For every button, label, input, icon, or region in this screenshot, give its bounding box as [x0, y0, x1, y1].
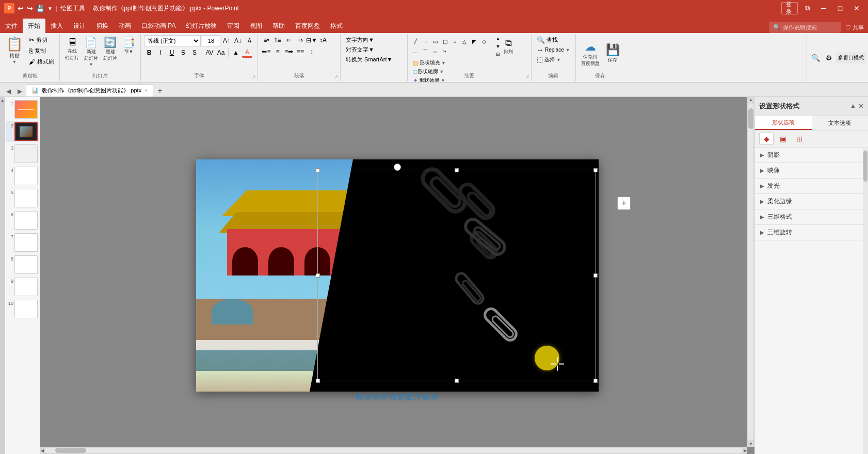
fill-color-btn[interactable]: ▥ 形状填充 ▼	[411, 59, 528, 67]
copy-btn[interactable]: ⎘ 复制	[27, 46, 56, 56]
font-color-btn[interactable]: A	[242, 47, 252, 58]
tab-design[interactable]: 设计	[68, 19, 91, 33]
shapes-scroll-up[interactable]: ▲	[494, 35, 502, 42]
tab-baidu[interactable]: 百度网盘	[290, 19, 325, 33]
cut-btn[interactable]: ✂ 剪切	[27, 35, 56, 45]
arrange-btn[interactable]: ⧉ 排列	[503, 37, 514, 56]
shape-triangle-btn[interactable]: △	[460, 37, 469, 46]
redo-btn[interactable]: ↪	[27, 4, 33, 12]
effect-icon-effect[interactable]: ⊞	[792, 133, 807, 145]
save-btn[interactable]: 💾	[36, 5, 44, 12]
search-box[interactable]: 🔍 操作说明搜索	[769, 22, 841, 33]
restore-window-btn[interactable]: ⧉	[800, 2, 814, 14]
tab-view[interactable]: 视图	[245, 19, 267, 33]
section-3d-format[interactable]: ▶ 三维格式	[755, 209, 868, 225]
justify-btn[interactable]: ≡≡	[295, 46, 306, 57]
smartart-btn[interactable]: 转换为 SmartArt▼	[344, 55, 404, 64]
numbered-list-btn[interactable]: 1≡	[272, 35, 283, 45]
tab-format[interactable]: 格式	[325, 19, 348, 33]
vscroll-up-btn[interactable]: ▲	[749, 98, 753, 102]
change-case-btn[interactable]: Aa	[216, 47, 226, 58]
section-reflection[interactable]: ▶ 映像	[755, 163, 868, 179]
font-name-select[interactable]: 等线 (正文)	[144, 35, 201, 46]
tab-review[interactable]: 审阅	[222, 19, 245, 33]
tab-slideshow[interactable]: 幻灯片放映	[181, 19, 222, 33]
find-btn[interactable]: 🔍 查找	[535, 35, 572, 45]
slide-thumb-10[interactable]: 10	[6, 299, 39, 319]
customize-btn[interactable]: ▼	[47, 6, 53, 11]
decrease-font-btn[interactable]: A↓	[233, 36, 243, 46]
column-btn[interactable]: ⊟▼	[307, 35, 317, 45]
yellow-dot[interactable]	[535, 346, 559, 370]
vscroll-down-btn[interactable]: ▼	[749, 442, 753, 446]
section-shadow[interactable]: ▶ 阴影	[755, 148, 868, 163]
forward-nav-btn[interactable]: ▶	[14, 86, 25, 96]
add-tab-btn[interactable]: +	[154, 85, 166, 96]
save-to-baidu-btn[interactable]: ☁ 保存到百度网盘	[579, 38, 602, 69]
tab-help[interactable]: 帮助	[267, 19, 290, 33]
tool-icon2[interactable]: ⚙	[824, 52, 834, 64]
shape-curve-btn[interactable]: ⌒	[421, 47, 430, 56]
undo-btn[interactable]: ↩	[18, 4, 24, 12]
canvas-area[interactable]: 教你制作创意图片效果 +	[40, 97, 754, 454]
section-btn[interactable]: 📑 节▼	[120, 35, 137, 56]
text-dir-btn[interactable]: ↕A	[318, 35, 328, 45]
shapes-scroll-down[interactable]: ▼	[494, 43, 502, 50]
slide-thumb-3[interactable]: 3	[6, 143, 39, 164]
tab-insert[interactable]: 插入	[45, 19, 68, 33]
doc-tab-active[interactable]: 📊 教你制作《ppt制作创意图片功能》.pptx ×	[26, 84, 153, 96]
italic-btn[interactable]: I	[155, 47, 166, 58]
align-right-btn[interactable]: ≡➡	[284, 46, 294, 57]
section-glow[interactable]: ▶ 发光	[755, 179, 868, 194]
doc-tab-close[interactable]: ×	[144, 88, 148, 93]
right-panel-collapse[interactable]: ▲	[850, 102, 856, 110]
vscroll-thumb[interactable]	[748, 108, 753, 129]
tab-home[interactable]: 开始	[23, 19, 45, 33]
close-btn[interactable]: ✕	[849, 2, 864, 14]
hscroll-left-btn[interactable]: ◀	[41, 448, 44, 453]
login-btn[interactable]: 登录	[781, 2, 798, 14]
slide-thumb-4[interactable]: 4	[6, 166, 39, 186]
char-spacing-btn[interactable]: AV	[204, 47, 215, 58]
slide-thumb-2[interactable]: 2	[6, 121, 39, 142]
underline-btn[interactable]: U	[167, 47, 177, 58]
increase-font-btn[interactable]: A↑	[221, 36, 232, 46]
slide-thumb-8[interactable]: 8	[6, 254, 39, 275]
save-direct-btn[interactable]: 💾 保存	[604, 41, 622, 66]
shape-round-rect-btn[interactable]: ▢	[440, 37, 449, 46]
section-soft-edges[interactable]: ▶ 柔化边缘	[755, 194, 868, 209]
tab-animations[interactable]: 动画	[114, 19, 136, 33]
shape-more-btn[interactable]: …	[411, 47, 420, 56]
scroll-up-btn[interactable]: ▲	[1, 98, 5, 103]
clear-format-btn[interactable]: Ａ	[244, 36, 254, 46]
reuse-slide-btn[interactable]: 🔄 重建幻灯片	[101, 35, 119, 63]
line-spacing-btn[interactable]: ↕	[307, 46, 317, 57]
new-slide-btn[interactable]: 📄 新建幻灯片 ▼	[82, 35, 100, 68]
align-center-btn[interactable]: ≡	[272, 46, 283, 57]
align-text-dropdown-btn[interactable]: 对齐文字▼	[344, 45, 404, 55]
slide-thumb-6[interactable]: 6	[6, 210, 39, 231]
shape-arrow-btn[interactable]: →	[421, 37, 430, 46]
back-nav-btn[interactable]: ◀	[3, 86, 13, 96]
add-slide-element-btn[interactable]: +	[617, 197, 631, 210]
canvas-vscrollbar[interactable]: ▲ ▼	[747, 97, 754, 447]
shape-arc-btn[interactable]: ⌓	[430, 47, 440, 56]
effect-icon-outline[interactable]: ▣	[776, 133, 790, 145]
drawing-dialog-btn[interactable]: ↗	[525, 74, 529, 79]
slide-thumb-1[interactable]: 1	[6, 99, 39, 120]
shapes-expand[interactable]: ⊟	[494, 51, 502, 58]
replace-btn[interactable]: ↔ Replace ▼	[535, 45, 572, 55]
strikethrough-btn[interactable]: S	[178, 47, 188, 58]
tab-transitions[interactable]: 切换	[91, 19, 114, 33]
scrollbar-thumb[interactable]	[863, 151, 867, 182]
select-btn[interactable]: ⬚ 选择 ▼	[535, 55, 572, 64]
paste-btn[interactable]: 📋 粘贴 ▼	[3, 35, 26, 72]
font-dialog-btn[interactable]: ↗	[252, 74, 256, 79]
shape-ellipse-btn[interactable]: ○	[450, 37, 459, 46]
bullet-list-btn[interactable]: ≡•	[261, 35, 271, 45]
online-slides-btn[interactable]: 🖥 在线幻灯片	[63, 35, 81, 62]
hscroll-thumb[interactable]	[55, 448, 86, 453]
right-panel-close[interactable]: ✕	[858, 102, 864, 110]
maximize-btn[interactable]: □	[833, 2, 847, 14]
tab-pa[interactable]: 口袋动画 PA	[136, 19, 181, 33]
